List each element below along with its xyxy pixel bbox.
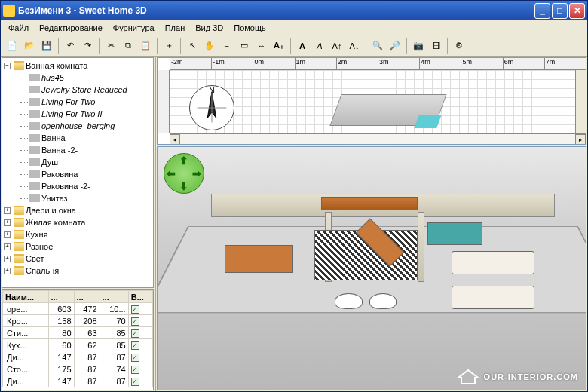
increase-icon[interactable]: A↑ — [329, 38, 345, 54]
maximize-button[interactable]: □ — [552, 3, 568, 19]
tree-root[interactable]: − Ванная комната — [4, 60, 152, 72]
room-icon[interactable]: ▭ — [236, 38, 253, 54]
nav-left-icon[interactable]: ⬅ — [167, 167, 176, 179]
tree-category[interactable]: +Кухня — [4, 228, 152, 240]
preferences-icon[interactable]: ⚙ — [451, 38, 467, 54]
visibility-checkbox[interactable]: ✓ — [131, 329, 139, 338]
col-h[interactable]: ... — [100, 291, 128, 303]
menu-help[interactable]: Помощь — [229, 22, 271, 34]
expand-icon[interactable]: + — [4, 219, 11, 226]
close-button[interactable]: ✕ — [569, 3, 585, 19]
visibility-checkbox[interactable]: ✓ — [131, 354, 139, 362]
zoom-out-icon[interactable]: 🔎 — [387, 38, 403, 54]
menu-plan[interactable]: План — [161, 22, 190, 34]
tree-item[interactable]: Раковина — [4, 168, 152, 180]
create-video-icon[interactable]: 🎞 — [427, 38, 444, 54]
sofa-2 — [452, 286, 534, 308]
table-row[interactable]: Сто...1758774✓ — [3, 363, 153, 375]
tree-category[interactable]: +Разное — [4, 240, 152, 253]
expand-icon[interactable]: + — [4, 243, 11, 250]
window-title: БезИмени 3 - Sweet Home 3D — [18, 5, 534, 16]
ruler-tick: 1m — [295, 58, 336, 69]
copy-icon[interactable]: ⧉ — [120, 38, 136, 54]
furniture-icon — [29, 110, 40, 118]
table-row[interactable]: Кро...15820870✓ — [3, 315, 153, 327]
visibility-checkbox[interactable]: ✓ — [131, 341, 139, 350]
tree-item[interactable]: Living For Two II — [4, 108, 152, 120]
col-vis[interactable]: В... — [128, 291, 152, 303]
visibility-checkbox[interactable]: ✓ — [131, 317, 139, 326]
tree-item[interactable]: Jewelry Store Reduced — [4, 84, 152, 96]
wall-icon[interactable]: ⌐ — [219, 38, 235, 54]
menu-file[interactable]: Файл — [4, 22, 33, 34]
tree-category[interactable]: +Спальня — [4, 265, 152, 277]
tree-item[interactable]: Living For Two — [4, 96, 152, 108]
plan-view[interactable]: -2m-1m0m1m2m3m4m5m6m7m N ◂ ▸ — [157, 57, 586, 145]
folder-icon — [14, 242, 24, 251]
furniture-table[interactable]: Наим... ... ... ... В... ope...60347210.… — [2, 289, 154, 390]
col-w[interactable]: ... — [48, 291, 74, 303]
tree-item[interactable]: Унитаз — [4, 192, 152, 204]
catalog-tree[interactable]: − Ванная комната hus45Jewelry Store Redu… — [2, 57, 154, 288]
table-row[interactable]: Ди...1478787✓ — [3, 351, 153, 363]
redo-icon[interactable]: ↷ — [79, 38, 96, 54]
visibility-checkbox[interactable]: ✓ — [131, 378, 139, 386]
app-window: БезИмени 3 - Sweet Home 3D _ □ ✕ Файл Ре… — [0, 0, 588, 392]
collapse-icon[interactable]: − — [4, 63, 11, 69]
style-italic-icon[interactable]: A — [311, 38, 328, 54]
zoom-in-icon[interactable]: 🔍 — [369, 38, 386, 54]
table-row[interactable]: Сти...806385✓ — [3, 327, 153, 339]
expand-icon[interactable]: + — [4, 268, 11, 274]
paste-icon[interactable]: 📋 — [137, 38, 154, 54]
compass[interactable]: N — [189, 85, 234, 130]
scroll-left-icon[interactable]: ◂ — [170, 134, 180, 145]
minimize-button[interactable]: _ — [534, 3, 550, 19]
select-icon[interactable]: ↖ — [184, 38, 201, 54]
expand-icon[interactable]: + — [4, 207, 11, 214]
add-furniture-icon[interactable]: ＋ — [161, 38, 177, 54]
plan-canvas[interactable]: N — [170, 70, 575, 133]
expand-icon[interactable]: + — [4, 256, 11, 262]
expand-icon[interactable]: + — [4, 231, 11, 238]
tree-item[interactable]: hus45 — [4, 72, 152, 84]
sofa — [452, 251, 534, 274]
open-icon[interactable]: 📂 — [21, 38, 38, 54]
cut-icon[interactable]: ✂ — [103, 38, 119, 54]
tree-item[interactable]: Ванна -2- — [4, 144, 152, 156]
scroll-track[interactable] — [180, 134, 575, 144]
furniture-icon — [29, 98, 40, 106]
plan-scrollbar-horizontal[interactable]: ◂ ▸ — [170, 133, 586, 144]
tree-item[interactable]: Раковина -2- — [4, 180, 152, 192]
pan-icon[interactable]: ✋ — [201, 38, 218, 54]
save-icon[interactable]: 💾 — [38, 38, 55, 54]
scroll-right-icon[interactable]: ▸ — [575, 134, 586, 145]
tree-item[interactable]: openhouse_berging — [4, 120, 152, 132]
col-d[interactable]: ... — [74, 291, 100, 303]
tree-category[interactable]: +Двери и окна — [4, 204, 152, 216]
text-icon[interactable]: A₊ — [271, 38, 287, 54]
col-name[interactable]: Наим... — [3, 291, 49, 303]
undo-icon[interactable]: ↶ — [62, 38, 78, 54]
plan-scrollbar-vertical[interactable] — [575, 70, 586, 133]
table-row[interactable]: Кух...606285✓ — [3, 339, 153, 351]
tree-category[interactable]: +Свет — [4, 253, 152, 265]
menu-3d-view[interactable]: Вид 3D — [191, 22, 228, 34]
new-icon[interactable]: 📄 — [4, 38, 20, 54]
tree-category[interactable]: +Жилая комната — [4, 216, 152, 228]
visibility-checkbox[interactable]: ✓ — [131, 305, 139, 314]
menu-furniture[interactable]: Фурнитура — [109, 22, 159, 34]
table-row[interactable]: Ди...1478787✓ — [3, 375, 153, 387]
plan-mini-model[interactable] — [329, 94, 446, 126]
create-photo-icon[interactable]: 📷 — [410, 38, 427, 54]
folder-icon — [14, 266, 24, 275]
tree-item[interactable]: Душ — [4, 156, 152, 168]
table-row[interactable]: ope...60347210...✓ — [3, 303, 153, 315]
visibility-checkbox[interactable]: ✓ — [131, 366, 139, 374]
tree-item[interactable]: Ванна — [4, 132, 152, 144]
menu-edit[interactable]: Редактирование — [35, 22, 107, 34]
view-3d[interactable]: ⬆ ⬅➡ ⬇ — [157, 146, 586, 390]
decrease-icon[interactable]: A↓ — [346, 38, 363, 54]
dimension-icon[interactable]: ↔ — [253, 38, 270, 54]
style-bold-icon[interactable]: A — [294, 38, 311, 54]
ruler-tick: 5m — [461, 58, 502, 69]
